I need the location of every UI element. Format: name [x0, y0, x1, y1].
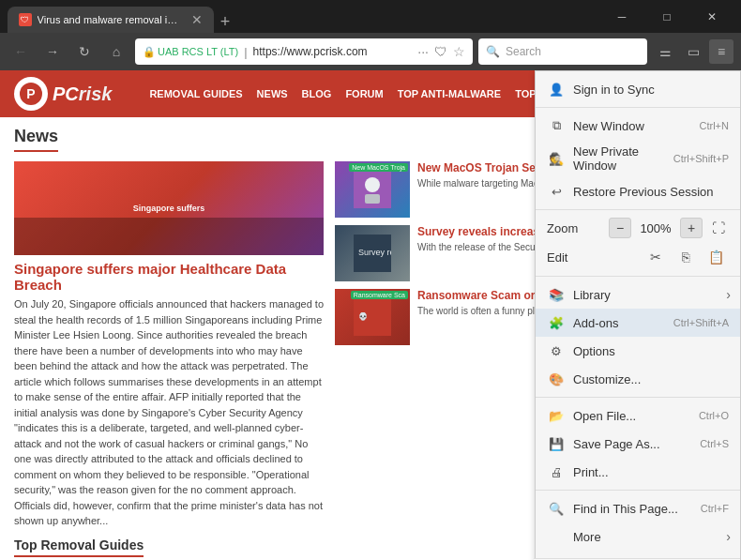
- tab-bar: 🛡 Virus and malware removal ins... ✕ +: [8, 0, 593, 33]
- open-file-item[interactable]: 📂 Open File... Ctrl+O: [536, 401, 740, 430]
- news-card-3-image: Ransomware Sca 💀: [335, 289, 410, 345]
- minimize-button[interactable]: ─: [600, 3, 643, 31]
- zoom-expand-button[interactable]: ⛶: [708, 218, 729, 238]
- search-bar[interactable]: 🔍 Search: [478, 38, 647, 65]
- dropdown-section-find: 🔍 Find in This Page... Ctrl+F More Web D…: [536, 491, 740, 560]
- dropdown-menu: 👤 Sign in to Sync ⧉ New Window Ctrl+N 🕵 …: [535, 70, 741, 560]
- bookmark-icon[interactable]: 🛡: [434, 44, 447, 59]
- forward-button[interactable]: →: [39, 38, 66, 65]
- print-label: Print...: [573, 465, 729, 479]
- main-article-image: Singapore suffers: [14, 161, 324, 255]
- addons-shortcut: Ctrl+Shift+A: [673, 317, 729, 328]
- main-article-title[interactable]: Singapore suffers major Healthcare Data …: [14, 261, 324, 293]
- zoom-minus-button[interactable]: −: [609, 218, 631, 238]
- customize-label: Customize...: [573, 372, 729, 386]
- browser-window: 🛡 Virus and malware removal ins... ✕ + ─…: [0, 0, 741, 560]
- reader-view-icon[interactable]: ⚌: [653, 39, 677, 64]
- tab-close-button[interactable]: ✕: [191, 12, 203, 27]
- main-article: Singapore suffers Singapore suffers majo…: [14, 161, 324, 529]
- private-window-label: New Private Window: [573, 144, 673, 173]
- addons-icon: 🧩: [547, 313, 566, 332]
- main-article-text: On July 20, Singapore officials announce…: [14, 296, 324, 529]
- url-more-button[interactable]: ···: [417, 44, 429, 59]
- title-bar: 🛡 Virus and malware removal ins... ✕ + ─…: [0, 0, 741, 33]
- home-button[interactable]: ⌂: [103, 38, 129, 65]
- signin-label: Sign in to Sync: [573, 83, 729, 97]
- open-file-label: Open File...: [573, 409, 699, 423]
- options-item[interactable]: ⚙ Options: [536, 337, 740, 365]
- secure-indicator: 🔒 UAB RCS LT (LT): [143, 46, 238, 58]
- window-controls: ─ □ ✕: [600, 3, 733, 31]
- private-window-icon: 🕵: [547, 149, 566, 168]
- nav-anti-malware[interactable]: TOP ANTI-MALWARE: [398, 84, 501, 103]
- find-label: Find in This Page...: [573, 502, 701, 516]
- cut-button[interactable]: ✂: [643, 246, 669, 268]
- ransom-badge: Ransomware Sca: [351, 291, 408, 299]
- print-item[interactable]: 🖨 Print...: [536, 458, 740, 486]
- svg-text:Survey reveals i...: Survey reveals i...: [358, 248, 391, 257]
- news-section-title: News: [14, 127, 58, 152]
- refresh-button[interactable]: ↻: [71, 38, 98, 65]
- more-item[interactable]: More: [536, 522, 740, 551]
- nav-blog[interactable]: BLOG: [302, 84, 332, 103]
- customize-icon: 🎨: [547, 370, 566, 388]
- url-separator: |: [244, 45, 247, 59]
- nav-forum[interactable]: FORUM: [345, 84, 383, 103]
- save-page-shortcut: Ctrl+S: [700, 438, 729, 449]
- dropdown-section-library: 📚 Library 🧩 Add-ons Ctrl+Shift+A ⚙ Optio…: [536, 277, 740, 398]
- logo-text: PCrisk: [53, 82, 112, 106]
- private-window-item[interactable]: 🕵 New Private Window Ctrl+Shift+P: [536, 140, 740, 177]
- maximize-button[interactable]: □: [645, 3, 688, 31]
- dropdown-section-windows: ⧉ New Window Ctrl+N 🕵 New Private Window…: [536, 108, 740, 210]
- save-page-item[interactable]: 💾 Save Page As... Ctrl+S: [536, 430, 740, 458]
- svg-text:P: P: [26, 86, 35, 101]
- library-icon: 📚: [547, 285, 566, 304]
- open-file-shortcut: Ctrl+O: [699, 410, 729, 421]
- back-button[interactable]: ←: [8, 38, 34, 65]
- more-label: More: [573, 530, 729, 544]
- options-label: Options: [573, 344, 729, 358]
- save-page-icon: 💾: [547, 434, 566, 453]
- logo-icon: P: [14, 77, 48, 111]
- removal-section-title: Top Removal Guides: [14, 537, 144, 557]
- close-button[interactable]: ✕: [690, 3, 733, 31]
- find-icon: 🔍: [547, 499, 566, 518]
- zoom-plus-button[interactable]: +: [680, 218, 703, 238]
- sidebar-icon[interactable]: ▭: [681, 39, 705, 64]
- customize-item[interactable]: 🎨 Customize...: [536, 365, 740, 393]
- restore-session-item[interactable]: ↩ Restore Previous Session: [536, 177, 740, 205]
- toolbar-icons: ⚌ ▭ ≡: [653, 39, 733, 64]
- zoom-label: Zoom: [547, 221, 603, 235]
- active-tab[interactable]: 🛡 Virus and malware removal ins... ✕: [8, 7, 214, 33]
- copy-button[interactable]: ⎘: [673, 246, 699, 268]
- search-placeholder: Search: [506, 45, 541, 58]
- restore-label: Restore Previous Session: [573, 185, 729, 199]
- addons-item[interactable]: 🧩 Add-ons Ctrl+Shift+A: [536, 309, 740, 337]
- new-window-item[interactable]: ⧉ New Window Ctrl+N: [536, 112, 740, 140]
- paste-button[interactable]: 📋: [703, 246, 729, 268]
- save-page-label: Save Page As...: [573, 437, 700, 451]
- news-card-2-image: Survey reveals i...: [335, 225, 410, 281]
- search-icon: 🔍: [486, 45, 500, 58]
- new-tab-button[interactable]: +: [214, 10, 236, 33]
- zoom-row: Zoom − 100% + ⛶: [536, 214, 740, 242]
- edit-label: Edit: [547, 250, 639, 265]
- print-icon: 🖨: [547, 462, 566, 481]
- nav-news[interactable]: NEWS: [257, 84, 288, 103]
- url-bar[interactable]: 🔒 UAB RCS LT (LT) | https://www.pcrisk.c…: [135, 38, 473, 65]
- private-window-shortcut: Ctrl+Shift+P: [673, 153, 729, 164]
- library-label: Library: [573, 288, 729, 302]
- svg-point-3: [365, 177, 380, 192]
- new-window-icon: ⧉: [547, 116, 566, 135]
- nav-removal-guides[interactable]: REMOVAL GUIDES: [149, 84, 242, 103]
- library-item[interactable]: 📚 Library: [536, 280, 740, 309]
- more-icon: [547, 527, 566, 546]
- nav-bar: ← → ↻ ⌂ 🔒 UAB RCS LT (LT) | https://www.…: [0, 33, 741, 70]
- find-item[interactable]: 🔍 Find in This Page... Ctrl+F: [536, 494, 740, 522]
- signin-icon: 👤: [547, 80, 566, 98]
- new-badge: New MacOS Troja: [349, 163, 408, 172]
- menu-button[interactable]: ≡: [709, 39, 733, 64]
- news-card-1-image: New MacOS Troja: [335, 161, 410, 218]
- star-icon[interactable]: ☆: [453, 44, 465, 59]
- signin-item[interactable]: 👤 Sign in to Sync: [536, 75, 740, 103]
